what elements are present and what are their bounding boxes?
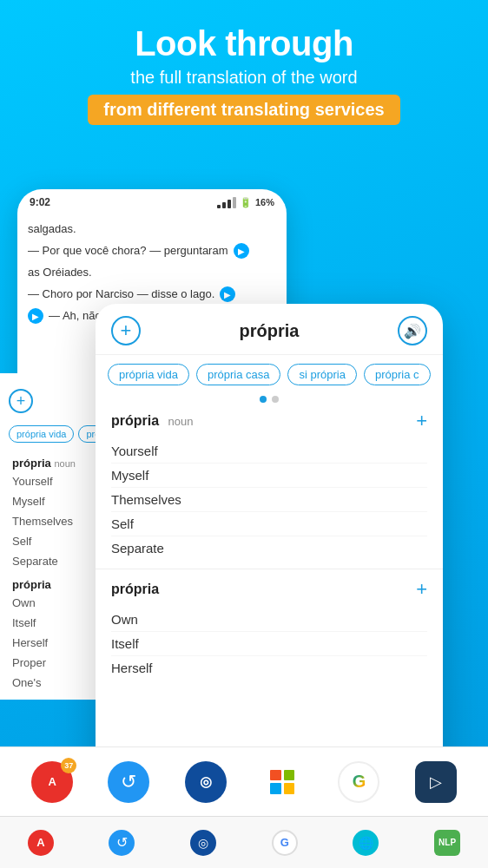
back-line-2: — Por que você chora? — perguntaram ▶ [28, 241, 276, 260]
phone-back-status-bar: 9:02 🔋 16% [17, 189, 287, 212]
ms-yellow [284, 783, 295, 794]
section-2-plus[interactable]: + [416, 578, 427, 601]
header-subtitle: the full translation of the word [0, 68, 488, 88]
section-1-plus[interactable]: + [416, 410, 427, 432]
left-pos-1: noun [54, 458, 75, 469]
back-text-1: salgadas. [28, 220, 76, 239]
section-2-header: própria + [111, 578, 427, 601]
translate-icon-3[interactable]: ▶ [28, 308, 43, 324]
nav-reverso[interactable]: ↺ [109, 830, 135, 856]
section-2-word: própria [111, 582, 159, 597]
section-1-word: própria [111, 413, 159, 428]
abbyy-service-icon[interactable]: A 37 [30, 760, 74, 804]
dot-1 [260, 396, 267, 403]
microsoft-service-icon[interactable] [260, 760, 304, 804]
ms-green [284, 770, 295, 781]
section-1-pos: noun [168, 415, 194, 428]
back-text-4: — Choro por Narciso — disse o lago. [28, 285, 214, 304]
trans-yourself: Yourself [111, 439, 427, 464]
left-chip-1[interactable]: própria vida [9, 425, 74, 443]
ms-red [270, 770, 281, 781]
section-1-header: própria noun + [111, 410, 427, 432]
nav-abbyy[interactable]: A [28, 830, 54, 856]
chip-si-propria[interactable]: si própria [287, 364, 356, 385]
section-1-word-pos: própria noun [111, 413, 194, 429]
trans-themselves: Themselves [111, 488, 427, 512]
trans-itself: Itself [111, 632, 427, 656]
chip-propria-casa[interactable]: própria casa [196, 364, 281, 385]
nav-google[interactable]: G [272, 830, 298, 856]
chip-propria-vida[interactable]: própria vida [108, 364, 189, 385]
battery-percent: 16% [255, 197, 274, 207]
battery-icon: 🔋 [240, 197, 252, 208]
back-text-3: as Oréiades. [28, 263, 92, 282]
header-title: Look through [0, 24, 488, 62]
trans-own: Own [111, 608, 427, 632]
signal-bar-1 [217, 205, 221, 208]
dot-2 [272, 396, 279, 403]
header-area: Look through the full translation of the… [0, 0, 488, 125]
translation-section-1: própria noun + Yourself Myself Themselve… [96, 410, 443, 569]
chips-row: própria vida própria casa si própria pró… [96, 355, 443, 394]
signal-bar-3 [228, 200, 231, 208]
translate-icon-1[interactable]: ▶ [234, 243, 249, 259]
translation-section-2: própria + Own Itself Herself [96, 569, 443, 688]
chip-propria-c[interactable]: própria c [364, 364, 431, 385]
main-sound-button[interactable]: 🔊 [398, 316, 427, 345]
back-line-3: as Oréiades. [28, 263, 276, 282]
back-line-4: — Choro por Narciso — disse o lago. ▶ [28, 285, 276, 304]
main-phone-word: própria [240, 321, 300, 341]
translate-icon-2[interactable]: ▶ [220, 286, 235, 302]
left-plus-button[interactable]: + [9, 389, 33, 413]
back-text-2: — Por que você chora? — perguntaram [28, 241, 228, 260]
back-line-1: salgadas. [28, 220, 276, 239]
trans-self: Self [111, 512, 427, 536]
main-phone-topbar: + própria 🔊 [96, 304, 443, 355]
nav-nlp[interactable]: NLP [434, 830, 460, 856]
pagination-dots [96, 394, 443, 410]
nav-deepl[interactable]: ◎ [190, 830, 216, 856]
signal-bar-4 [233, 197, 236, 208]
deepl-service-icon[interactable]: ◎ [184, 760, 228, 804]
service-bar: A 37 ↺ ◎ G ▷ [0, 746, 488, 816]
bottom-nav: A ↺ ◎ G 🌐 NLP [0, 816, 488, 868]
signal-bar-2 [222, 202, 226, 208]
trans-herself: Herself [111, 656, 427, 680]
main-phone-mockup: + própria 🔊 própria vida própria casa si… [96, 304, 443, 807]
smartcat-service-icon[interactable]: ▷ [414, 760, 458, 804]
main-plus-button[interactable]: + [111, 316, 141, 345]
reverso-service-icon[interactable]: ↺ [107, 760, 150, 804]
nav-translate[interactable]: 🌐 [353, 830, 379, 856]
status-right: 🔋 16% [217, 197, 274, 208]
trans-separate: Separate [111, 536, 427, 560]
trans-myself: Myself [111, 464, 427, 488]
status-time: 9:02 [30, 196, 50, 208]
signal-icon [217, 197, 236, 208]
ms-blue [270, 783, 281, 794]
google-translate-icon[interactable]: G [337, 760, 380, 804]
header-highlight: from different translating services [88, 95, 399, 125]
